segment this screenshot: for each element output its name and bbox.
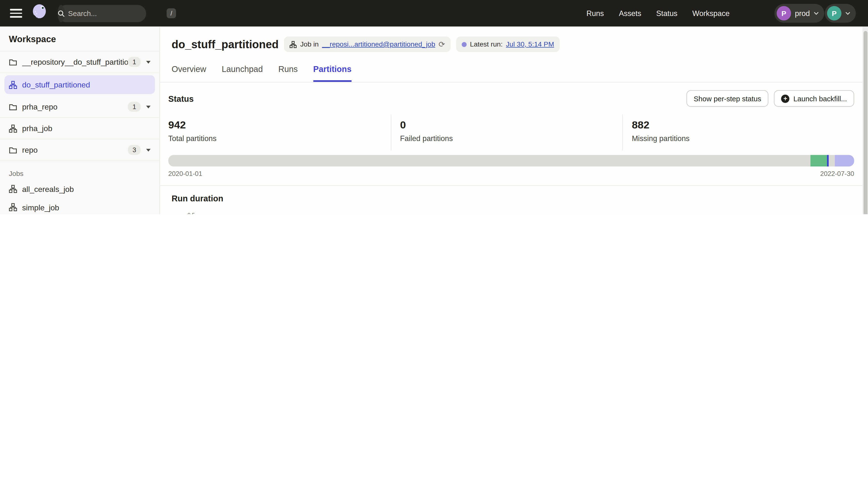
deployment-switcher[interactable]: P prod	[774, 4, 824, 23]
job-tag-link[interactable]: __reposi...artitioned@partitioned_job	[322, 40, 435, 48]
stat-failed-partitions: 0 Failed partitions	[391, 115, 622, 151]
job-tag-prefix: Job in	[300, 40, 318, 48]
sidebar-item-label: prha_job	[22, 124, 154, 133]
tab-runs[interactable]: Runs	[278, 64, 298, 82]
job-label: all_cereals_job	[22, 185, 74, 193]
status-heading: Status	[168, 94, 686, 103]
stat-total-partitions: 942 Total partitions	[168, 115, 391, 151]
chevron-down-icon	[814, 12, 819, 15]
count-badge: 1	[128, 102, 141, 112]
scrollbar-track[interactable]	[862, 27, 868, 214]
page-header: do_stuff_partitioned Job in __reposi...a…	[160, 27, 862, 52]
status-section-header: Status Show per-step status + Launch bac…	[160, 83, 862, 112]
svg-text:9.5: 9.5	[188, 212, 195, 214]
dagster-logo[interactable]	[30, 3, 50, 24]
deployment-avatar: P	[777, 6, 791, 20]
job-icon	[9, 124, 17, 133]
chevron-down-icon	[845, 12, 850, 15]
job-icon	[290, 41, 297, 48]
job-tag: Job in __reposi...artitioned@partitioned…	[284, 37, 451, 52]
sidebar-item-do-stuff-partitioned[interactable]: do_stuff_partitioned	[4, 75, 155, 94]
stat-value: 942	[168, 119, 391, 131]
run-duration-chart-area: 2020-01-012020-01-182020-02-042020-02-21…	[166, 207, 862, 214]
nav-link-workspace[interactable]: Workspace	[692, 9, 730, 18]
job-icon	[9, 185, 17, 193]
folder-icon	[9, 103, 17, 111]
count-badge: 1	[128, 57, 141, 67]
show-per-step-status-button[interactable]: Show per-step status	[686, 90, 768, 107]
user-avatar: P	[827, 6, 841, 20]
caret-down-icon[interactable]	[146, 149, 151, 151]
user-menu[interactable]: P	[825, 4, 856, 23]
tab-launchpad[interactable]: Launchpad	[222, 64, 263, 82]
nav-link-assets[interactable]: Assets	[619, 9, 641, 18]
hamburger-menu-icon[interactable]	[10, 9, 22, 18]
launch-backfill-button[interactable]: + Launch backfill...	[774, 90, 854, 107]
stat-value: 882	[632, 119, 854, 131]
search-box[interactable]: /	[58, 5, 146, 22]
tab-overview[interactable]: Overview	[172, 64, 206, 82]
sidebar-job-all-cereals[interactable]: all_cereals_job	[0, 180, 159, 198]
partition-start-date: 2020-01-01	[168, 170, 202, 177]
partition-bar-dates: 2020-01-01 2022-07-30	[168, 170, 854, 177]
caret-down-icon[interactable]	[146, 105, 151, 108]
sidebar-job-simple-job[interactable]: simple_job	[0, 198, 159, 214]
partition-end-date: 2022-07-30	[820, 170, 854, 177]
reload-icon[interactable]: ⟳	[439, 40, 445, 49]
stat-label: Total partitions	[168, 134, 391, 143]
caret-down-icon[interactable]	[146, 61, 151, 63]
scrollbar-thumb[interactable]	[863, 31, 867, 214]
search-input[interactable]	[65, 8, 166, 18]
run-duration-chart[interactable]: 2020-01-012020-01-182020-02-042020-02-21…	[166, 207, 856, 214]
partition-stats: 942 Total partitions 0 Failed partitions…	[168, 115, 854, 151]
job-label: simple_job	[22, 203, 59, 212]
launch-backfill-label: Launch backfill...	[793, 94, 847, 102]
sidebar-item-repository-do-stuff[interactable]: __repository__do_stuff_partitio... 1	[0, 52, 159, 73]
dagster-app: / Runs Assets Status Workspace P prod P …	[0, 0, 868, 214]
search-icon	[58, 5, 65, 22]
folder-icon	[9, 146, 17, 154]
workspace-sidebar: Workspace __repository__do_stuff_partiti…	[0, 27, 160, 214]
stat-label: Missing partitions	[632, 134, 854, 143]
nav-links: Runs Assets Status Workspace	[587, 9, 730, 18]
sidebar-item-repo[interactable]: repo 3	[0, 139, 159, 161]
sidebar-title: Workspace	[0, 27, 159, 52]
stat-missing-partitions: 882 Missing partitions	[622, 115, 854, 151]
search-shortcut-key: /	[166, 8, 176, 18]
sidebar-item-prha-job[interactable]: prha_job	[0, 118, 159, 139]
run-status-dot	[462, 42, 467, 47]
sidebar-item-prha-repo[interactable]: prha_repo 1	[0, 96, 159, 118]
partition-status-bar[interactable]	[168, 155, 854, 166]
plus-circle-icon: +	[781, 94, 789, 102]
nav-link-status[interactable]: Status	[656, 9, 677, 18]
job-icon	[9, 80, 17, 89]
sidebar-item-label: do_stuff_partitioned	[22, 80, 149, 89]
tab-bar: Overview Launchpad Runs Partitions	[160, 52, 862, 82]
stat-label: Failed partitions	[400, 134, 622, 143]
main-content: do_stuff_partitioned Job in __reposi...a…	[160, 27, 862, 214]
count-badge: 3	[128, 145, 141, 155]
page-title: do_stuff_partitioned	[172, 38, 279, 51]
top-nav: / Runs Assets Status Workspace P prod P	[0, 0, 868, 27]
show-per-step-status-label: Show per-step status	[694, 94, 761, 102]
stat-value: 0	[400, 119, 622, 131]
sidebar-item-label: prha_repo	[22, 102, 128, 111]
run-duration-heading: Run duration	[160, 186, 862, 203]
deployment-name: prod	[795, 9, 810, 18]
sidebar-item-label: repo	[22, 145, 128, 154]
sidebar-item-label: __repository__do_stuff_partitio...	[22, 58, 128, 66]
latest-run-link[interactable]: Jul 30, 5:14 PM	[506, 40, 554, 48]
tab-partitions[interactable]: Partitions	[313, 64, 351, 82]
nav-link-runs[interactable]: Runs	[587, 9, 604, 18]
folder-icon	[9, 58, 17, 66]
job-icon	[9, 203, 17, 211]
latest-run-tag: Latest run: Jul 30, 5:14 PM	[456, 37, 560, 52]
latest-run-prefix: Latest run:	[470, 40, 503, 48]
jobs-section-label: Jobs	[0, 161, 159, 180]
